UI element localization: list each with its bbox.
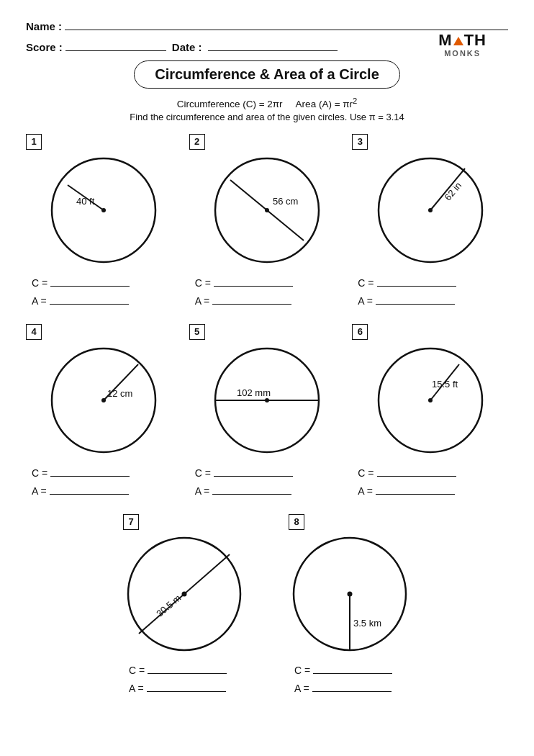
- circle-svg-6: 15.5 ft: [373, 343, 488, 458]
- c-answer-2: C =: [195, 275, 345, 289]
- svg-point-2: [101, 208, 106, 212]
- a-underline-4[interactable]: [50, 483, 129, 495]
- problem-3: 3 62 in C = A =: [352, 134, 508, 311]
- problem-2: 2 56 cm C = A =: [189, 134, 345, 311]
- circle-container-4: 12 cm: [26, 343, 182, 458]
- name-line: Name :: [26, 17, 508, 32]
- problem-number-1: 1: [26, 134, 42, 150]
- header-section: Name : Score : Date :: [26, 17, 508, 53]
- answer-lines-3: C = A =: [352, 275, 508, 311]
- name-field[interactable]: [65, 17, 508, 30]
- a-answer-6: A =: [358, 483, 508, 497]
- c-label-1: C =: [32, 277, 47, 289]
- circle-svg-1: 40 ft: [46, 153, 161, 268]
- c-answer-1: C =: [32, 275, 182, 289]
- c-underline-6[interactable]: [377, 465, 456, 477]
- a-underline-5[interactable]: [212, 483, 291, 495]
- problem-number-6: 6: [352, 324, 368, 340]
- svg-point-14: [101, 398, 106, 402]
- circle-svg-4: 12 cm: [46, 343, 161, 458]
- a-label-7: A =: [129, 683, 144, 694]
- circle-svg-2: 56 cm: [209, 153, 325, 268]
- a-underline-8[interactable]: [312, 680, 392, 692]
- title-section: Circumference & Area of a Circle: [26, 60, 508, 93]
- a-underline-7[interactable]: [147, 680, 226, 692]
- svg-text:15.5 ft: 15.5 ft: [432, 379, 458, 390]
- score-label: Score :: [26, 41, 63, 53]
- c-label-8: C =: [294, 665, 310, 676]
- c-underline-2[interactable]: [214, 275, 293, 287]
- c-underline-5[interactable]: [214, 465, 293, 477]
- a-label-6: A =: [358, 485, 373, 497]
- problem-number-2: 2: [189, 134, 205, 150]
- logo-triangle-icon: [453, 37, 463, 45]
- problems-grid: 1 40 ft C = A =: [26, 134, 508, 501]
- problem-7: 7 30.5 m C = A =: [123, 514, 245, 698]
- problem-5: 5 102 mm C = A =: [189, 324, 345, 501]
- c-label-5: C =: [195, 467, 211, 479]
- c-underline-3[interactable]: [377, 275, 456, 287]
- circle-svg-5: 102 mm: [209, 343, 325, 458]
- formula-line: Circumference (C) = 2πr Area (A) = πr2: [26, 96, 508, 109]
- problem-number-5: 5: [189, 324, 205, 340]
- c-answer-7: C =: [129, 662, 245, 676]
- score-field[interactable]: [65, 38, 166, 51]
- circle-container-7: 30.5 m: [123, 533, 245, 655]
- c-underline-1[interactable]: [50, 275, 130, 287]
- circle-container-1: 40 ft: [26, 153, 182, 268]
- answer-lines-2: C = A =: [189, 275, 345, 311]
- c-underline-8[interactable]: [313, 662, 392, 674]
- c-answer-4: C =: [32, 465, 182, 479]
- c-label-3: C =: [358, 277, 374, 289]
- a-label-5: A =: [195, 485, 210, 497]
- circle-container-8: 3.5 km: [289, 533, 411, 655]
- c-underline-7[interactable]: [148, 662, 227, 674]
- circle-svg-7: 30.5 m: [123, 533, 245, 655]
- a-answer-2: A =: [195, 293, 345, 307]
- svg-point-26: [182, 591, 187, 596]
- c-answer-5: C =: [195, 465, 345, 479]
- a-answer-8: A =: [294, 680, 411, 694]
- a-label-1: A =: [32, 295, 47, 307]
- svg-point-22: [428, 398, 433, 402]
- instruction-line: Find the circumference and area of the g…: [26, 112, 508, 122]
- name-label: Name :: [26, 20, 62, 32]
- a-underline-1[interactable]: [50, 293, 129, 305]
- svg-text:12 cm: 12 cm: [107, 388, 132, 399]
- logo-math-text: MTH: [438, 32, 487, 49]
- answer-lines-1: C = A =: [26, 275, 182, 311]
- a-answer-1: A =: [32, 293, 182, 307]
- date-label: Date :: [172, 41, 202, 53]
- svg-point-6: [265, 208, 269, 212]
- svg-text:102 mm: 102 mm: [237, 387, 271, 398]
- a-underline-2[interactable]: [212, 293, 291, 305]
- circle-container-5: 102 mm: [189, 343, 345, 458]
- score-date-line: Score : Date :: [26, 38, 508, 53]
- circle-svg-3: 62 in: [373, 153, 488, 268]
- answer-lines-6: C = A =: [352, 465, 508, 501]
- problem-number-8: 8: [289, 514, 304, 530]
- a-label-2: A =: [195, 295, 210, 307]
- problem-number-3: 3: [352, 134, 368, 150]
- svg-text:40 ft: 40 ft: [76, 196, 95, 207]
- a-label-3: A =: [358, 295, 373, 307]
- c-answer-3: C =: [358, 275, 508, 289]
- problem-8: 8 3.5 km C = A =: [289, 514, 411, 698]
- svg-point-10: [428, 208, 433, 212]
- svg-point-18: [265, 398, 269, 402]
- a-answer-7: A =: [129, 680, 245, 694]
- a-underline-3[interactable]: [376, 293, 455, 305]
- c-label-6: C =: [358, 467, 374, 479]
- a-answer-4: A =: [32, 483, 182, 497]
- c-underline-4[interactable]: [50, 465, 130, 477]
- problem-1: 1 40 ft C = A =: [26, 134, 182, 311]
- problem-number-7: 7: [123, 514, 139, 530]
- c-label-4: C =: [32, 467, 47, 479]
- c-label-2: C =: [195, 277, 211, 289]
- svg-text:56 cm: 56 cm: [273, 196, 298, 207]
- problem-4: 4 12 cm C = A =: [26, 324, 182, 501]
- answer-lines-7: C = A =: [123, 662, 245, 698]
- date-field[interactable]: [208, 38, 338, 51]
- circle-container-3: 62 in: [352, 153, 508, 268]
- a-underline-6[interactable]: [376, 483, 455, 495]
